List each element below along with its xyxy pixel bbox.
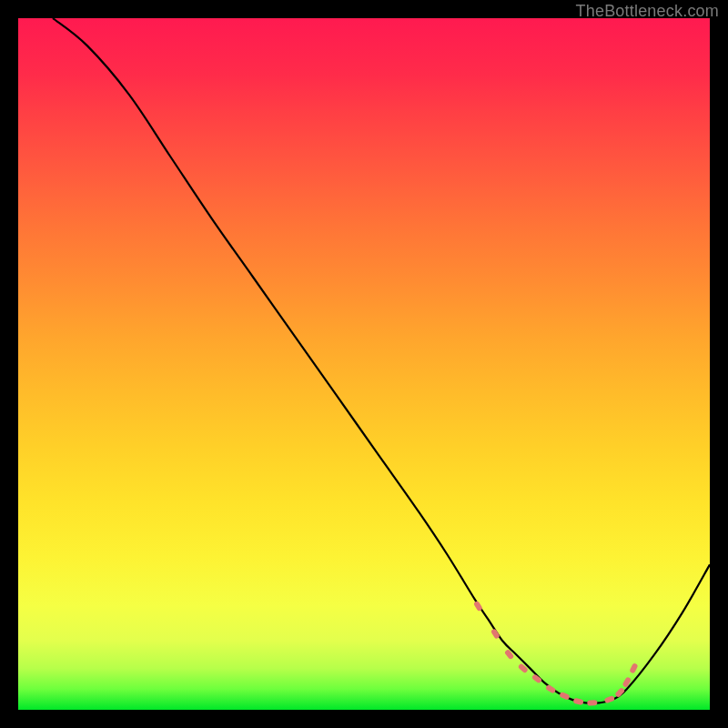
- marker-dot: [587, 700, 597, 706]
- chart-svg: [18, 18, 710, 710]
- marker-dot: [573, 698, 584, 705]
- curve-line: [53, 18, 710, 703]
- chart-stage: TheBottleneck.com: [0, 0, 728, 728]
- marker-group: [473, 601, 639, 706]
- marker-dot: [629, 662, 638, 674]
- plot-area: [18, 18, 710, 710]
